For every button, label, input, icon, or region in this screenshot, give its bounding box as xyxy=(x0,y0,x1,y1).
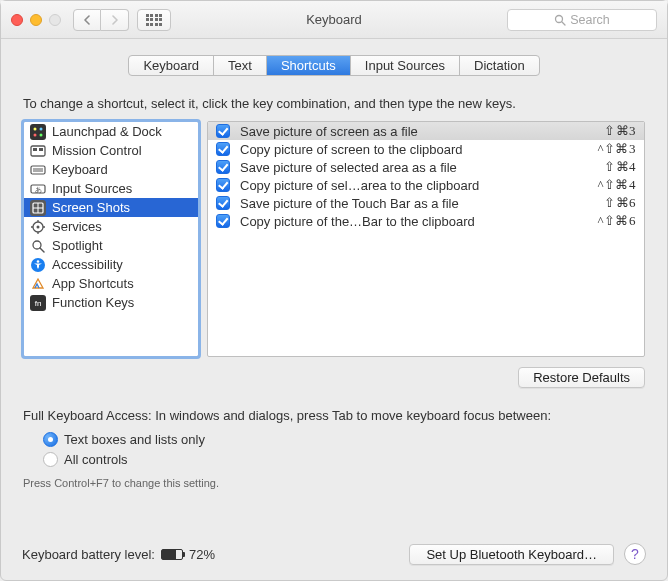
shortcut-row[interactable]: Save picture of selected area as a file⇧… xyxy=(208,158,644,176)
radio-label: All controls xyxy=(64,452,128,467)
shortcut-checkbox[interactable] xyxy=(216,160,230,174)
help-button[interactable]: ? xyxy=(624,543,646,565)
category-launchpad-dock[interactable]: Launchpad & Dock xyxy=(24,122,198,141)
screenshots-icon xyxy=(30,200,46,216)
category-mission-control[interactable]: Mission Control xyxy=(24,141,198,160)
category-keyboard[interactable]: Keyboard xyxy=(24,160,198,179)
show-all-button[interactable] xyxy=(137,9,171,31)
search-icon xyxy=(554,14,566,26)
shortcut-row[interactable]: Copy picture of the…Bar to the clipboard… xyxy=(208,212,644,230)
shortcut-label: Copy picture of screen to the clipboard xyxy=(240,142,587,157)
category-label: Spotlight xyxy=(52,238,103,253)
shortcut-checkbox[interactable] xyxy=(216,196,230,210)
category-label: Keyboard xyxy=(52,162,108,177)
svg-point-5 xyxy=(34,133,37,136)
footer: Keyboard battery level: 72% Set Up Bluet… xyxy=(0,531,668,581)
radio-label: Text boxes and lists only xyxy=(64,432,205,447)
input-icon: あ xyxy=(30,181,46,197)
radio-icon xyxy=(43,452,58,467)
tab-text[interactable]: Text xyxy=(214,56,267,75)
mission-icon xyxy=(30,143,46,159)
full-keyboard-access-label: Full Keyboard Access: In windows and dia… xyxy=(23,408,645,423)
forward-button[interactable] xyxy=(101,9,129,31)
zoom-button xyxy=(49,14,61,26)
tab-shortcuts[interactable]: Shortcuts xyxy=(267,56,351,75)
category-label: Accessibility xyxy=(52,257,123,272)
fka-help-text: Press Control+F7 to change this setting. xyxy=(23,477,645,489)
search-input[interactable]: Search xyxy=(507,9,657,31)
battery-percent: 72% xyxy=(189,547,215,562)
svg-rect-10 xyxy=(31,166,45,174)
instruction-text: To change a shortcut, select it, click t… xyxy=(23,96,645,111)
minimize-button[interactable] xyxy=(30,14,42,26)
category-panel[interactable]: Launchpad & DockMission ControlKeyboardあ… xyxy=(23,121,199,357)
launchpad-icon xyxy=(30,124,46,140)
fn-icon: fn xyxy=(30,295,46,311)
category-function-keys[interactable]: fnFunction Keys xyxy=(24,293,198,312)
shortcut-row[interactable]: Save picture of the Touch Bar as a file⇧… xyxy=(208,194,644,212)
shortcut-panel[interactable]: Save picture of screen as a file⇧⌘3Copy … xyxy=(207,121,645,357)
category-label: Screen Shots xyxy=(52,200,130,215)
radio-icon xyxy=(43,432,58,447)
shortcut-keys[interactable]: ^⇧⌘6 xyxy=(597,213,636,229)
restore-defaults-button[interactable]: Restore Defaults xyxy=(518,367,645,388)
category-label: Mission Control xyxy=(52,143,142,158)
battery-status: Keyboard battery level: 72% xyxy=(22,547,215,562)
apps-icon xyxy=(30,276,46,292)
traffic-lights xyxy=(11,14,61,26)
shortcut-checkbox[interactable] xyxy=(216,178,230,192)
fka-radio-group: Text boxes and lists onlyAll controls xyxy=(43,429,645,469)
shortcut-label: Save picture of the Touch Bar as a file xyxy=(240,196,594,211)
back-button[interactable] xyxy=(73,9,101,31)
svg-point-6 xyxy=(40,133,43,136)
shortcut-checkbox[interactable] xyxy=(216,142,230,156)
battery-label: Keyboard battery level: xyxy=(22,547,155,562)
shortcut-keys[interactable]: ⇧⌘6 xyxy=(604,195,636,211)
titlebar: Keyboard Search xyxy=(1,1,667,39)
bluetooth-keyboard-button[interactable]: Set Up Bluetooth Keyboard… xyxy=(409,544,614,565)
content-area: KeyboardTextShortcutsInput SourcesDictat… xyxy=(1,39,667,503)
category-spotlight[interactable]: Spotlight xyxy=(24,236,198,255)
svg-rect-8 xyxy=(33,148,37,151)
shortcut-keys[interactable]: ^⇧⌘3 xyxy=(597,141,636,157)
window-title: Keyboard xyxy=(306,12,362,27)
category-label: Services xyxy=(52,219,102,234)
close-button[interactable] xyxy=(11,14,23,26)
category-label: App Shortcuts xyxy=(52,276,134,291)
tab-keyboard[interactable]: Keyboard xyxy=(129,56,214,75)
shortcut-row[interactable]: Save picture of screen as a file⇧⌘3 xyxy=(208,122,644,140)
category-accessibility[interactable]: Accessibility xyxy=(24,255,198,274)
category-services[interactable]: Services xyxy=(24,217,198,236)
accessibility-icon xyxy=(30,257,46,273)
fka-radio-0[interactable]: Text boxes and lists only xyxy=(43,429,645,449)
shortcut-checkbox[interactable] xyxy=(216,214,230,228)
shortcut-label: Save picture of screen as a file xyxy=(240,124,594,139)
svg-line-1 xyxy=(562,22,565,25)
keyboard-icon xyxy=(30,162,46,178)
shortcut-row[interactable]: Copy picture of sel…area to the clipboar… xyxy=(208,176,644,194)
tab-input-sources[interactable]: Input Sources xyxy=(351,56,460,75)
shortcut-keys[interactable]: ⇧⌘4 xyxy=(604,159,636,175)
svg-text:fn: fn xyxy=(35,299,42,308)
svg-point-3 xyxy=(34,127,37,130)
category-label: Input Sources xyxy=(52,181,132,196)
shortcut-label: Save picture of selected area as a file xyxy=(240,160,594,175)
shortcut-checkbox[interactable] xyxy=(216,124,230,138)
fka-radio-1[interactable]: All controls xyxy=(43,449,645,469)
shortcut-keys[interactable]: ^⇧⌘4 xyxy=(597,177,636,193)
svg-point-0 xyxy=(556,15,563,22)
svg-line-26 xyxy=(40,248,44,252)
category-app-shortcuts[interactable]: App Shortcuts xyxy=(24,274,198,293)
category-input-sources[interactable]: あInput Sources xyxy=(24,179,198,198)
shortcut-row[interactable]: Copy picture of screen to the clipboard^… xyxy=(208,140,644,158)
shortcut-keys[interactable]: ⇧⌘3 xyxy=(604,123,636,139)
svg-text:あ: あ xyxy=(35,186,42,194)
services-icon xyxy=(30,219,46,235)
shortcut-label: Copy picture of sel…area to the clipboar… xyxy=(240,178,587,193)
svg-point-20 xyxy=(37,225,40,228)
shortcut-panels: Launchpad & DockMission ControlKeyboardあ… xyxy=(23,121,645,357)
tab-dictation[interactable]: Dictation xyxy=(460,56,539,75)
search-placeholder: Search xyxy=(570,13,610,27)
category-screen-shots[interactable]: Screen Shots xyxy=(24,198,198,217)
svg-rect-9 xyxy=(39,148,43,151)
